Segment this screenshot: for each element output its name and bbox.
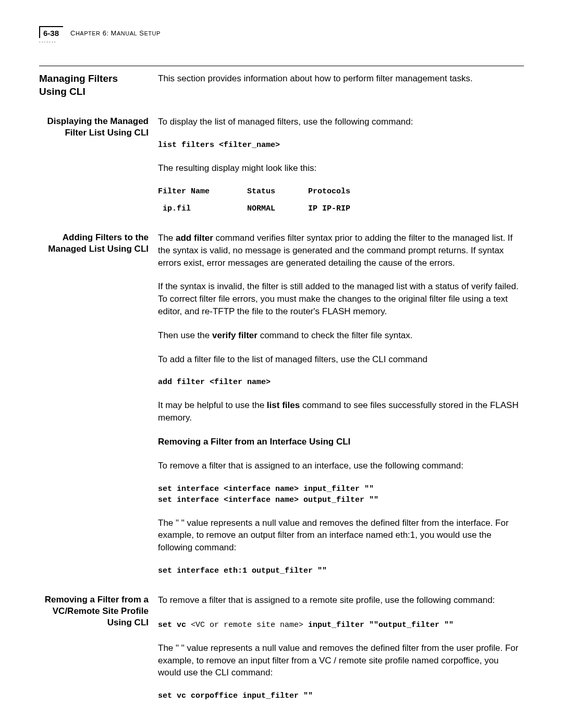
content-grid: Managing Filters Using CLI This section … bbox=[39, 72, 524, 701]
paragraph: Then use the verify filter command to ch… bbox=[158, 329, 524, 342]
paragraph: The add filter command verifies filter s… bbox=[158, 232, 524, 269]
paragraph: To add a filter file to the list of mana… bbox=[158, 353, 524, 366]
section-title-displaying: Displaying the Managed Filter List Using… bbox=[39, 116, 149, 214]
chapter-label: CHAPTER 6: MANUAL SETUP bbox=[70, 26, 161, 37]
section-intro: This section provides information about … bbox=[158, 72, 524, 98]
paragraph: To display the list of managed filters, … bbox=[158, 116, 524, 128]
table-header: Filter Name Status Protocols bbox=[158, 186, 524, 197]
paragraph: It may be helpful to use the list files … bbox=[158, 399, 524, 424]
section-title-adding: Adding Filters to the Managed List Using… bbox=[39, 232, 149, 576]
page-number: 6-38 bbox=[39, 26, 63, 38]
paragraph: To remove a filter that is assigned to a… bbox=[158, 594, 524, 607]
paragraph: The resulting display might look like th… bbox=[158, 162, 524, 175]
section-adding-body: The add filter command verifies filter s… bbox=[158, 232, 524, 576]
section-title-removing-vc: Removing a Filter from a VC/Remote Site … bbox=[39, 594, 149, 701]
section-rule bbox=[39, 66, 524, 66]
sub-heading-removing-interface: Removing a Filter from an Interface Usin… bbox=[158, 436, 524, 448]
table-row: ip.fil NORMAL IP IP-RIP bbox=[158, 203, 524, 214]
document-page: 6-38 ······· CHAPTER 6: MANUAL SETUP Man… bbox=[0, 0, 563, 728]
code-block: set vc <VC or remote site name> input_fi… bbox=[158, 618, 524, 631]
page-header: 6-38 ······· CHAPTER 6: MANUAL SETUP bbox=[39, 26, 524, 45]
paragraph: The " " value represents a null value an… bbox=[158, 642, 524, 679]
code-block: add filter <filter name> bbox=[158, 377, 524, 388]
code-block: set interface eth:1 output_filter "" bbox=[158, 565, 524, 576]
section-displaying-body: To display the list of managed filters, … bbox=[158, 116, 524, 214]
paragraph: If the syntax is invalid, the filter is … bbox=[158, 280, 524, 317]
code-block: list filters <filter_name> bbox=[158, 140, 524, 151]
page-number-block: 6-38 ······· bbox=[39, 26, 63, 45]
code-block: set vc corpoffice input_filter "" bbox=[158, 690, 524, 701]
paragraph: To remove a filter that is assigned to a… bbox=[158, 460, 524, 472]
paragraph: The " " value represents a null value an… bbox=[158, 517, 524, 554]
decorative-dots: ······· bbox=[39, 39, 63, 45]
code-block: set interface <interface name> input_fil… bbox=[158, 484, 524, 505]
section-removing-vc-body: To remove a filter that is assigned to a… bbox=[158, 594, 524, 701]
section-title-managing-filters: Managing Filters Using CLI bbox=[39, 72, 149, 98]
